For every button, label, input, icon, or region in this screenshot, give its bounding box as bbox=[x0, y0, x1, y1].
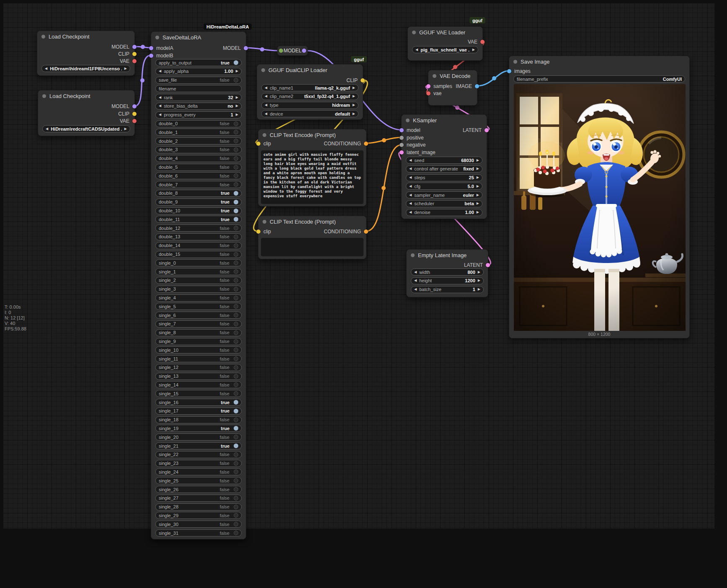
toggle-dot[interactable] bbox=[234, 478, 238, 483]
output-port-MODEL[interactable]: MODEL bbox=[223, 45, 248, 51]
toggle-dot[interactable] bbox=[234, 173, 238, 178]
widget-double-4[interactable]: double_4false bbox=[155, 155, 242, 162]
increment-arrow-icon[interactable]: ▶ bbox=[353, 112, 355, 116]
widget-single-7[interactable]: single_7false bbox=[155, 320, 242, 328]
collapse-dot[interactable] bbox=[412, 31, 416, 34]
decrement-arrow-icon[interactable]: ◀ bbox=[46, 127, 48, 131]
output-port-CONDITIONING[interactable]: CONDITIONING bbox=[324, 229, 368, 235]
port-dot[interactable] bbox=[132, 45, 137, 49]
toggle-dot[interactable] bbox=[234, 121, 238, 126]
widget-single-0[interactable]: single_0false bbox=[155, 259, 242, 266]
increment-arrow-icon[interactable]: ▶ bbox=[478, 271, 480, 274]
increment-arrow-icon[interactable]: ▶ bbox=[477, 176, 479, 179]
widget-single-2[interactable]: single_2false bbox=[155, 277, 242, 284]
widget-single-16[interactable]: single_16true bbox=[155, 399, 242, 406]
collapse-dot[interactable] bbox=[406, 119, 410, 122]
output-port-CLIP[interactable]: CLIP bbox=[346, 77, 365, 83]
toggle-dot[interactable] bbox=[234, 382, 238, 387]
widget-double-9[interactable]: double_9true bbox=[155, 199, 242, 206]
widget-single-6[interactable]: single_6false bbox=[155, 312, 242, 319]
port-dot[interactable] bbox=[244, 46, 248, 50]
input-port-clip[interactable]: clip bbox=[256, 141, 271, 147]
toggle-dot[interactable] bbox=[234, 444, 238, 448]
node-load-checkpoint-2[interactable]: Load Checkpoint ◀HiDream\redcraftCADSUpd… bbox=[38, 90, 135, 136]
widget-hidream-redcraftcadsupdated-[interactable]: ◀HiDream\redcraftCADSUpdated ...▶ bbox=[42, 125, 130, 132]
input-port-latent_image[interactable]: latent_image bbox=[400, 150, 436, 155]
widget-double-0[interactable]: double_0false bbox=[155, 120, 242, 127]
port-dot[interactable] bbox=[149, 54, 153, 58]
toggle-dot[interactable] bbox=[234, 469, 238, 474]
decrement-arrow-icon[interactable]: ◀ bbox=[409, 159, 412, 162]
widget-rank[interactable]: ◀rank32▶ bbox=[155, 94, 242, 101]
input-port-samples[interactable]: samples bbox=[426, 83, 452, 89]
collapse-dot[interactable] bbox=[433, 74, 436, 78]
decrement-arrow-icon[interactable]: ◀ bbox=[414, 271, 417, 274]
widget-single-13[interactable]: single_13false bbox=[155, 373, 242, 380]
widget-width[interactable]: ◀width800▶ bbox=[411, 268, 484, 276]
widget-double-3[interactable]: double_3false bbox=[155, 146, 242, 153]
widget-single-12[interactable]: single_12false bbox=[155, 364, 242, 371]
widget-double-10[interactable]: double_10true bbox=[155, 207, 242, 214]
decrement-arrow-icon[interactable]: ◀ bbox=[265, 103, 267, 107]
toggle-dot[interactable] bbox=[234, 78, 238, 83]
toggle-dot[interactable] bbox=[234, 139, 238, 143]
port-dot[interactable] bbox=[475, 84, 479, 88]
decrement-arrow-icon[interactable]: ◀ bbox=[265, 112, 267, 116]
port-dot[interactable] bbox=[132, 119, 137, 123]
node-ksampler[interactable]: KSampler ◀seed68030▶◀control after gener… bbox=[401, 114, 487, 219]
toggle-dot[interactable] bbox=[234, 191, 238, 196]
increment-arrow-icon[interactable]: ▶ bbox=[124, 67, 127, 70]
widget-single-27[interactable]: single_27false bbox=[155, 495, 242, 502]
port-dot[interactable] bbox=[485, 128, 489, 132]
widget-double-1[interactable]: double_1false bbox=[155, 129, 242, 136]
port-dot[interactable] bbox=[486, 263, 490, 267]
port-dot[interactable] bbox=[132, 104, 137, 108]
output-port-CLIP[interactable]: CLIP bbox=[118, 51, 137, 57]
toggle-dot[interactable] bbox=[234, 339, 238, 344]
widget-single-25[interactable]: single_25false bbox=[155, 477, 242, 484]
widget-batch-size[interactable]: ◀batch_size1▶ bbox=[411, 286, 484, 293]
increment-arrow-icon[interactable]: ▶ bbox=[236, 104, 238, 108]
output-port-VAE[interactable]: VAE bbox=[120, 58, 137, 64]
widget-single-18[interactable]: single_18false bbox=[155, 416, 242, 423]
increment-arrow-icon[interactable]: ▶ bbox=[477, 159, 479, 162]
collapse-dot[interactable] bbox=[261, 68, 265, 72]
output-port-MODEL[interactable]: MODEL bbox=[111, 44, 137, 50]
output-port-CLIP[interactable]: CLIP bbox=[118, 111, 137, 117]
node-clip-text-encode-positive[interactable]: CLIP Text Encode (Prompt) cute anime gir… bbox=[258, 129, 366, 206]
widget-double-13[interactable]: double_13false bbox=[155, 233, 242, 240]
toggle-dot[interactable] bbox=[234, 287, 238, 291]
toggle-dot[interactable] bbox=[234, 165, 238, 170]
toggle-dot[interactable] bbox=[234, 374, 238, 379]
widget-store-bias-delta[interactable]: ◀store_bias_deltano▶ bbox=[155, 103, 242, 110]
collapse-dot[interactable] bbox=[513, 60, 517, 64]
input-port-vae[interactable]: vae bbox=[426, 90, 441, 96]
port-dot[interactable] bbox=[400, 150, 404, 155]
widget-single-15[interactable]: single_15false bbox=[155, 390, 242, 397]
widget-single-21[interactable]: single_21true bbox=[155, 442, 242, 449]
widget-filename-prefix[interactable]: filename_prefixComfyUI bbox=[513, 75, 685, 83]
port-dot[interactable] bbox=[256, 230, 260, 234]
toggle-dot[interactable] bbox=[234, 531, 238, 535]
input-port-images[interactable]: images bbox=[507, 68, 531, 74]
decrement-arrow-icon[interactable]: ◀ bbox=[159, 96, 161, 99]
toggle-dot[interactable] bbox=[234, 60, 238, 65]
increment-arrow-icon[interactable]: ▶ bbox=[477, 211, 479, 214]
toggle-dot[interactable] bbox=[234, 269, 238, 274]
output-port-MODEL[interactable]: MODEL bbox=[111, 103, 137, 109]
widget-apply-alpha[interactable]: ◀apply_alpha1.00▶ bbox=[155, 68, 242, 75]
widget-steps[interactable]: ◀steps25▶ bbox=[406, 174, 482, 181]
node-load-checkpoint-1[interactable]: Load Checkpoint ◀HiDream\hidreamI1FP8Unc… bbox=[37, 31, 135, 76]
output-port-IMAGE[interactable]: IMAGE bbox=[456, 83, 479, 89]
widget-single-17[interactable]: single_17true bbox=[155, 407, 242, 415]
toggle-dot[interactable] bbox=[234, 356, 238, 361]
port-dot[interactable] bbox=[132, 112, 137, 116]
widget-single-20[interactable]: single_20false bbox=[155, 433, 242, 441]
widget-pig-flux-schnell-vae-[interactable]: ◀pig_flux_schnell_vae ...▶ bbox=[412, 46, 478, 53]
widget-denoise[interactable]: ◀denoise1.00▶ bbox=[406, 209, 482, 216]
widget-single-8[interactable]: single_8false bbox=[155, 329, 242, 336]
decrement-arrow-icon[interactable]: ◀ bbox=[159, 104, 161, 108]
toggle-dot[interactable] bbox=[234, 452, 238, 457]
input-port-modelA[interactable]: modelA bbox=[149, 45, 173, 51]
collapse-dot[interactable] bbox=[41, 35, 45, 39]
